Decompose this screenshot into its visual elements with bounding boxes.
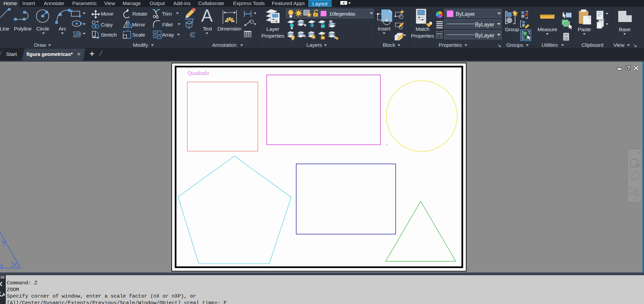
svg-text:10legendas: 10legendas: [329, 11, 356, 17]
svg-text:2D: 2D: [636, 164, 640, 168]
